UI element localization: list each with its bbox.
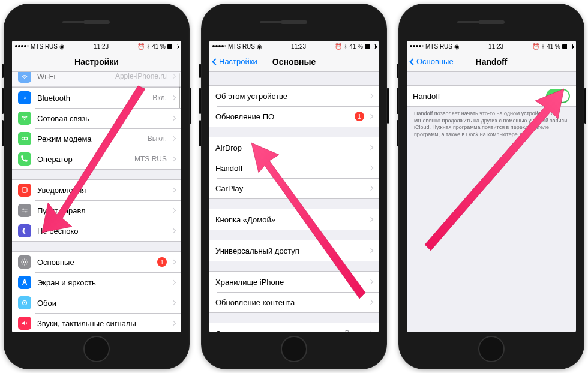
row-bluetooth[interactable]: ᚼ Bluetooth Вкл.	[12, 88, 181, 108]
navbar-general: Настройки Основные	[209, 52, 379, 72]
display-icon: A	[18, 276, 31, 289]
battery-icon	[365, 44, 376, 49]
row-label: Режим модема	[37, 134, 148, 143]
page-title: Handoff	[476, 57, 508, 67]
row-label: Основные	[37, 258, 157, 267]
power-button	[387, 88, 389, 124]
row-value: Вкл.	[152, 94, 167, 102]
time-label: 11:23	[94, 43, 109, 50]
row-about[interactable]: Об этом устройстве	[209, 86, 379, 106]
row-accessibility[interactable]: Универсальный доступ	[209, 240, 379, 261]
sounds-icon	[18, 317, 31, 330]
chevron-left-icon	[212, 58, 218, 65]
chevron-right-icon	[368, 248, 373, 253]
control-center-icon	[18, 204, 31, 217]
vol-up	[397, 88, 398, 114]
row-restrictions[interactable]: Ограничения Выкл.	[209, 323, 379, 332]
vol-up	[199, 88, 201, 114]
screen-2: MTS RUS ◉ 11:23 ⏰ ᚼ 41 % Настройки Основ…	[209, 41, 379, 332]
row-control-center[interactable]: Пункт управл	[12, 200, 181, 221]
chevron-right-icon	[368, 331, 373, 332]
row-cellular[interactable]: Сотовая связь	[12, 108, 181, 128]
chevron-right-icon	[171, 228, 176, 233]
statusbar: MTS RUS ◉ 11:23 ⏰ ᚼ 41 %	[407, 41, 576, 52]
chevron-right-icon	[171, 208, 176, 213]
svg-point-1	[25, 137, 28, 140]
vol-up	[2, 88, 4, 114]
bluetooth-icon: ᚼ	[541, 43, 545, 50]
alarm-icon: ⏰	[532, 43, 539, 50]
row-wallpaper[interactable]: Обои	[12, 293, 181, 313]
chevron-right-icon	[171, 95, 176, 100]
row-label: Ограничения	[215, 329, 345, 333]
chevron-right-icon	[171, 280, 176, 285]
badge: 1	[157, 257, 167, 267]
row-label: Оператор	[37, 155, 134, 164]
home-button[interactable]	[478, 336, 505, 362]
carrier-label: MTS RUS	[425, 43, 452, 50]
back-button[interactable]: Настройки	[213, 57, 257, 66]
row-wifi[interactable]: Wi-Fi Apple-iPhone.ru	[12, 72, 181, 86]
phone-icon	[18, 152, 31, 166]
power-button	[584, 88, 586, 124]
signal-icon	[15, 45, 29, 47]
back-label: Настройки	[219, 57, 257, 66]
row-carplay[interactable]: CarPlay	[209, 178, 379, 198]
footnote-text: Handoff позволяет начать что-то на одном…	[407, 107, 576, 142]
row-display[interactable]: A Экран и яркость	[12, 272, 181, 293]
time-label: 11:23	[291, 43, 306, 50]
row-value: Выкл.	[345, 329, 364, 332]
signal-icon	[212, 45, 226, 47]
battery-pct: 41 %	[349, 43, 363, 50]
row-label: Хранилище iPhone	[215, 278, 367, 287]
chevron-right-icon	[368, 217, 373, 222]
row-label: Обновление контента	[215, 298, 367, 307]
toggle-on[interactable]	[546, 89, 570, 103]
row-storage[interactable]: Хранилище iPhone	[209, 272, 379, 292]
signal-icon	[410, 45, 424, 47]
row-label: Не беспоко	[37, 227, 169, 236]
row-handoff-toggle[interactable]: Handoff	[407, 86, 576, 106]
chevron-right-icon	[171, 157, 176, 161]
time-label: 11:23	[488, 43, 503, 50]
svg-point-7	[24, 302, 25, 303]
chevron-right-icon	[368, 145, 373, 150]
back-button[interactable]: Основные	[410, 57, 454, 66]
chevron-right-icon	[368, 186, 373, 191]
row-home-button[interactable]: Кнопка «Домой»	[209, 209, 379, 230]
carrier-label: MTS RUS	[228, 43, 255, 50]
battery-icon	[167, 44, 178, 49]
row-value: MTS RUS	[134, 155, 167, 163]
row-notifications[interactable]: Уведомления	[12, 180, 181, 200]
row-label: Уведомления	[37, 186, 169, 195]
row-label: CarPlay	[215, 184, 367, 193]
row-airdrop[interactable]: AirDrop	[209, 137, 379, 158]
page-title: Настройки	[74, 57, 119, 67]
bluetooth-icon: ᚼ	[18, 91, 31, 104]
content-settings[interactable]: Wi-Fi Apple-iPhone.ru ᚼ Bluetooth Вкл. С…	[12, 72, 181, 332]
row-sounds[interactable]: Звуки, тактильные сигналы	[12, 313, 181, 332]
gear-icon	[18, 255, 31, 269]
row-software-update[interactable]: Обновление ПО 1	[209, 106, 379, 127]
mute-switch	[199, 64, 201, 78]
row-general[interactable]: Основные 1	[12, 252, 181, 272]
row-handoff[interactable]: Handoff	[209, 158, 379, 178]
screen-1: MTS RUS ◉ 11:23 ⏰ ᚼ 41 % Настройки Wi-Fi…	[12, 41, 181, 332]
home-button[interactable]	[83, 336, 110, 362]
row-background-refresh[interactable]: Обновление контента	[209, 292, 379, 312]
bluetooth-icon: ᚼ	[344, 43, 347, 50]
chevron-right-icon	[171, 260, 176, 264]
row-label: Звуки, тактильные сигналы	[37, 319, 169, 328]
row-value: Apple-iPhone.ru	[115, 72, 167, 80]
badge: 1	[355, 112, 364, 121]
navbar-settings: Настройки	[12, 52, 181, 72]
row-hotspot[interactable]: Режим модема Выкл.	[12, 128, 181, 149]
home-button[interactable]	[281, 336, 307, 362]
statusbar: MTS RUS ◉ 11:23 ⏰ ᚼ 41 %	[209, 41, 379, 52]
content-handoff[interactable]: Handoff Handoff позволяет начать что-то …	[407, 72, 576, 332]
back-label: Основные	[416, 57, 454, 66]
battery-icon	[562, 44, 573, 49]
content-general[interactable]: Об этом устройстве Обновление ПО 1 AirDr…	[209, 72, 379, 332]
row-dnd[interactable]: Не беспоко	[12, 221, 181, 241]
row-carrier[interactable]: Оператор MTS RUS	[12, 149, 181, 169]
